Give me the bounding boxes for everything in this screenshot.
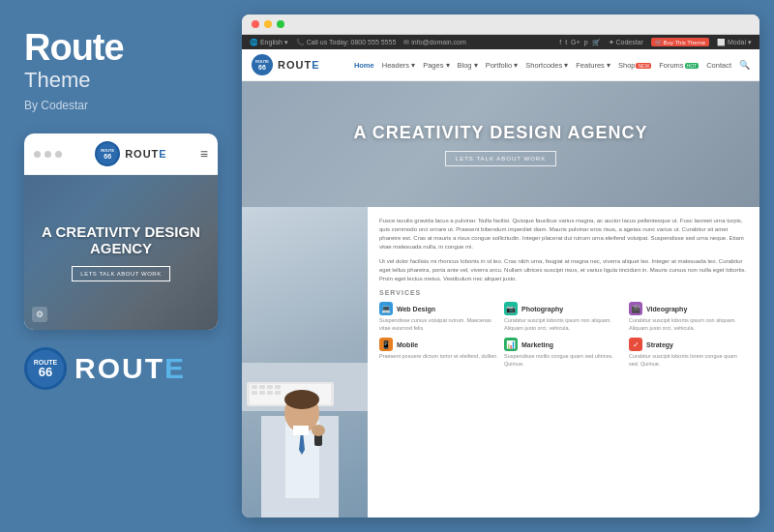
twitter-icon[interactable]: t bbox=[565, 39, 567, 46]
shop-new-badge: NEW bbox=[636, 63, 651, 69]
service-photography: 📷 Photography Curabitur suscipit loborti… bbox=[504, 302, 623, 332]
browser-dot-maximize[interactable] bbox=[277, 20, 284, 28]
svg-point-19 bbox=[312, 425, 325, 436]
facebook-icon[interactable]: f bbox=[559, 39, 561, 46]
web-design-desc: Suspendisse cursus volutpat rutrum. Maec… bbox=[379, 317, 498, 332]
nav-item-home[interactable]: Home bbox=[354, 61, 374, 70]
buy-theme-button[interactable]: 🛒 Buy This Theme bbox=[651, 38, 709, 46]
desktop-mockup: 🌐 English ▾ 📞 Call us Today: 0800 555 55… bbox=[242, 15, 759, 517]
browser-bar bbox=[242, 15, 759, 35]
nav-logo: ROUTE 66 ROUTE bbox=[252, 54, 320, 75]
mobile-mockup: ROUTE 66 ROUTE ≡ A CREATIVITY DESIGN AGE… bbox=[24, 133, 218, 330]
right-panel: 🌐 English ▾ 📞 Call us Today: 0800 555 55… bbox=[237, 0, 774, 532]
nav-item-headers[interactable]: Headers ▾ bbox=[382, 61, 415, 70]
codestar-link[interactable]: ✦ Codestar bbox=[609, 39, 643, 46]
svg-rect-10 bbox=[275, 391, 281, 395]
mobile-hero-overlay: A CREATIVITY DESIGN AGENCY LETS TALK ABO… bbox=[24, 175, 218, 330]
nav-item-contact[interactable]: Contact bbox=[706, 61, 731, 70]
marketing-name: Marketing bbox=[521, 341, 553, 348]
nav-items: Home Headers ▾ Pages ▾ Blog ▾ Portfolio … bbox=[354, 60, 750, 70]
email-info: ✉ info@domain.com bbox=[403, 39, 465, 46]
videography-desc: Curabitur suscipit lobortis ipsum non al… bbox=[629, 317, 748, 332]
service-videography: 🎬 Videography Curabitur suscipit loborti… bbox=[629, 302, 748, 332]
service-strategy: ✓ Strategy Curabitur suscipit lobortis l… bbox=[629, 338, 748, 368]
nav-item-portfolio[interactable]: Portfolio ▾ bbox=[486, 61, 519, 70]
nav-item-pages[interactable]: Pages ▾ bbox=[423, 61, 449, 70]
strategy-icon: ✓ bbox=[629, 338, 642, 351]
content-image bbox=[242, 207, 368, 517]
theme-title: Route bbox=[24, 29, 218, 66]
site-hero: A CREATIVITY DESIGN AGENCY LETS TALK ABO… bbox=[242, 81, 759, 207]
pinterest-icon[interactable]: p bbox=[584, 39, 588, 46]
nav-item-shortcodes[interactable]: Shortcodes ▾ bbox=[525, 61, 568, 70]
mobile-dot-2 bbox=[45, 151, 51, 158]
left-panel: Route Theme By Codestar ROUTE 66 ROUTE ≡… bbox=[0, 0, 237, 532]
marketing-icon: 📊 bbox=[504, 338, 518, 351]
svg-rect-3 bbox=[252, 385, 257, 389]
nav-search-icon[interactable]: 🔍 bbox=[739, 60, 750, 70]
phone-info: 📞 Call us Today: 0800 555 5555 bbox=[296, 39, 396, 46]
browser-dot-minimize[interactable] bbox=[264, 20, 272, 28]
nav-item-blog[interactable]: Blog ▾ bbox=[458, 61, 478, 70]
photography-desc: Curabitur suscipit lobortis ipsum non al… bbox=[504, 317, 623, 332]
svg-rect-7 bbox=[252, 391, 257, 395]
nav-logo-text: ROUTE bbox=[278, 59, 320, 71]
mobile-desc: Praesent posuere dictum tortor et eleife… bbox=[379, 353, 498, 361]
hero-content: A CREATIVITY DESIGN AGENCY LETS TALK ABO… bbox=[353, 123, 647, 166]
topbar-social: f t G+ p 🛒 bbox=[559, 39, 600, 46]
svg-rect-9 bbox=[267, 391, 273, 395]
big-logo-word: ROUTE bbox=[74, 352, 186, 385]
forums-hot-badge: HOT bbox=[685, 63, 700, 69]
hamburger-icon[interactable]: ≡ bbox=[200, 146, 208, 162]
mobile-dot-3 bbox=[55, 151, 62, 158]
hero-cta-button[interactable]: LETS TALK ABOUT WORK bbox=[445, 151, 556, 166]
strategy-desc: Curabitur suscipit lobortis lorem congue… bbox=[629, 353, 748, 368]
strategy-name: Strategy bbox=[646, 341, 673, 348]
nav-item-forums[interactable]: ForumsHOT bbox=[659, 61, 699, 70]
svg-rect-4 bbox=[259, 385, 265, 389]
videography-icon: 🎬 bbox=[629, 302, 642, 315]
nav-item-shop[interactable]: ShopNEW bbox=[618, 61, 651, 70]
mobile-logo-area: ROUTE 66 ROUTE bbox=[95, 141, 167, 166]
content-paragraph-2: Ut vel dolor facilisis mi rhoncus lobort… bbox=[379, 257, 748, 283]
cart-icon[interactable]: 🛒 bbox=[592, 39, 601, 46]
nav-route-badge: ROUTE 66 bbox=[252, 54, 273, 75]
theme-subtitle: Theme bbox=[24, 68, 218, 93]
svg-rect-6 bbox=[275, 385, 281, 389]
web-design-name: Web Design bbox=[397, 306, 435, 312]
mobile-route-badge: ROUTE 66 bbox=[95, 141, 120, 166]
site-topbar: 🌐 English ▾ 📞 Call us Today: 0800 555 55… bbox=[242, 35, 759, 49]
mobile-settings-icon[interactable]: ⚙ bbox=[32, 307, 47, 322]
topbar-left: 🌐 English ▾ 📞 Call us Today: 0800 555 55… bbox=[250, 39, 466, 46]
site-content: Fusce iaculis gravida lacus a pulvinar. … bbox=[242, 207, 759, 517]
lang-selector[interactable]: 🌐 English ▾ bbox=[250, 39, 288, 46]
svg-rect-17 bbox=[301, 426, 309, 435]
photography-name: Photography bbox=[521, 306, 563, 312]
big-logo-container: ROUTE 66 ROUTE bbox=[24, 347, 218, 390]
mobile-hero-title: A CREATIVITY DESIGN AGENCY bbox=[34, 223, 208, 257]
site-nav: ROUTE 66 ROUTE Home Headers ▾ Pages ▾ Bl… bbox=[242, 49, 759, 81]
content-paragraph-1: Fusce iaculis gravida lacus a pulvinar. … bbox=[379, 217, 748, 251]
mobile-hero-button[interactable]: LETS TALK ABOUT WORK bbox=[72, 266, 169, 281]
content-text: Fusce iaculis gravida lacus a pulvinar. … bbox=[368, 207, 759, 517]
mobile-header: ROUTE 66 ROUTE ≡ bbox=[24, 133, 218, 175]
mobile-logo-text: ROUTE bbox=[125, 148, 167, 160]
mobile-icon: 📱 bbox=[379, 338, 393, 351]
mobile-dots bbox=[34, 151, 62, 158]
svg-rect-8 bbox=[259, 391, 265, 395]
mobile-hero: A CREATIVITY DESIGN AGENCY LETS TALK ABO… bbox=[24, 175, 218, 330]
browser-dot-close[interactable] bbox=[252, 20, 259, 28]
service-web-design: 💻 Web Design Suspendisse cursus volutpat… bbox=[379, 302, 498, 332]
web-design-icon: 💻 bbox=[379, 302, 393, 315]
svg-point-15 bbox=[284, 390, 319, 409]
svg-rect-16 bbox=[293, 426, 301, 435]
modal-link[interactable]: ⬜ Modal ▾ bbox=[717, 39, 752, 46]
mobile-name: Mobile bbox=[397, 341, 418, 348]
topbar-right: f t G+ p 🛒 ✦ Codestar 🛒 Buy This Theme ⬜… bbox=[559, 38, 752, 46]
big-route-badge: ROUTE 66 bbox=[24, 347, 67, 390]
googleplus-icon[interactable]: G+ bbox=[571, 39, 580, 46]
nav-item-features[interactable]: Features ▾ bbox=[576, 61, 610, 70]
mobile-dot-1 bbox=[34, 151, 41, 158]
photography-icon: 📷 bbox=[504, 302, 518, 315]
services-grid: 💻 Web Design Suspendisse cursus volutpat… bbox=[379, 302, 748, 369]
